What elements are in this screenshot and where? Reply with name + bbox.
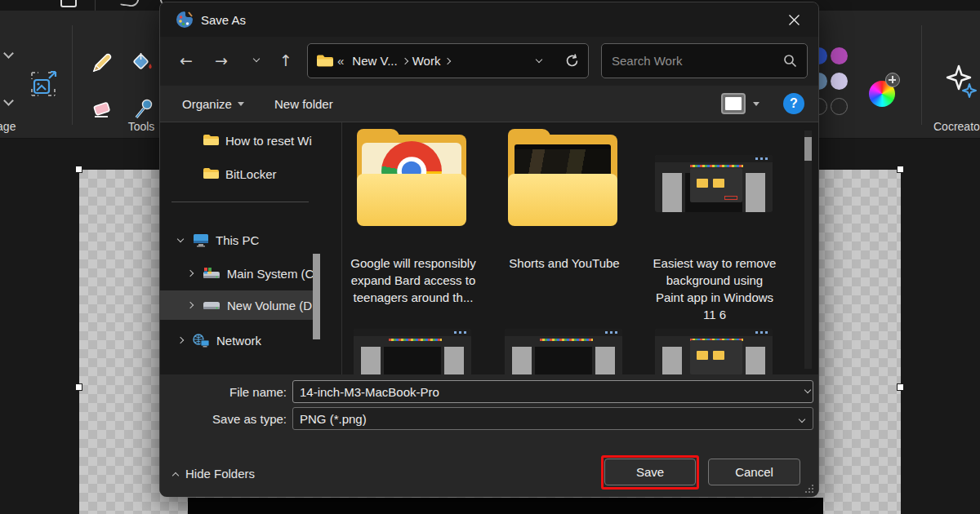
filetype-dropdown-chevron-icon: [799, 416, 805, 423]
chevron-right-icon[interactable]: [187, 270, 194, 277]
color-swatch-magenta[interactable]: [831, 47, 848, 64]
close-icon[interactable]: [781, 8, 807, 31]
files-scrollbar-thumb[interactable]: [804, 137, 812, 161]
address-bar[interactable]: « New V... Work: [307, 43, 589, 78]
dialog-bottom-panel: File name: Save as type: PNG (*.png) Hid…: [160, 374, 818, 497]
refresh-icon[interactable]: [564, 53, 580, 69]
chevron-up-icon: [172, 472, 179, 478]
breadcrumb-overflow[interactable]: «: [334, 54, 347, 68]
drive-icon: [203, 299, 220, 312]
dialog-toolbar: Organize New folder ?: [160, 86, 818, 122]
selection-handle[interactable]: [897, 383, 904, 391]
dialog-titlebar: Save As: [160, 2, 818, 37]
breadcrumb-item[interactable]: New V...: [347, 54, 402, 68]
cocreator-icon[interactable]: [946, 64, 980, 104]
file-item-thumbnail[interactable]: [354, 329, 471, 374]
search-input[interactable]: [612, 54, 783, 68]
sidebar-item-network[interactable]: Network: [160, 329, 314, 352]
add-color-icon[interactable]: [885, 73, 900, 87]
chevron-right-icon: [444, 57, 451, 64]
view-dropdown-caret-icon[interactable]: [753, 102, 760, 106]
selection-handle[interactable]: [75, 383, 82, 391]
file-item-thumbnail[interactable]: [505, 329, 622, 374]
file-item-google-folder[interactable]: [352, 135, 474, 226]
save-as-type-label: Save as type:: [160, 412, 287, 426]
color-swatch-empty[interactable]: [831, 98, 848, 115]
monitor-icon: [193, 233, 209, 247]
file-name-input[interactable]: [292, 380, 813, 403]
eraser-tool-icon[interactable]: [90, 99, 114, 122]
back-button[interactable]: ←: [174, 49, 198, 72]
sidebar-item-bitlocker[interactable]: BitLocker: [160, 162, 314, 185]
file-label[interactable]: Google will responsibly expand Bard acce…: [350, 255, 477, 306]
folder-icon: [203, 134, 219, 147]
cocreator-label: Cocreator: [933, 120, 980, 133]
chevron-right-icon[interactable]: [177, 337, 184, 343]
folder-icon: [203, 167, 219, 180]
address-dropdown-chevron-icon[interactable]: [536, 56, 542, 63]
sidebar-item-main-system[interactable]: Main System (C: [160, 262, 314, 285]
up-button[interactable]: ↑: [274, 49, 298, 72]
file-name-label: File name:: [160, 385, 287, 399]
ribbon-divider: [72, 25, 73, 125]
paint-app-icon: [175, 10, 194, 29]
image-group-label: Image: [0, 120, 24, 133]
canvas-image-content: [188, 498, 823, 514]
pencil-tool-icon[interactable]: [91, 51, 114, 74]
sidebar-item-new-volume[interactable]: New Volume (D: [160, 290, 314, 320]
resize-grip-icon[interactable]: [804, 484, 814, 494]
network-icon: [193, 334, 210, 348]
system-drive-icon: [203, 268, 220, 280]
file-item-video-thumbnail[interactable]: [655, 155, 773, 212]
save-as-type-select[interactable]: PNG (*.png): [292, 407, 813, 430]
sidebar-scrollbar[interactable]: [313, 254, 320, 339]
file-item-thumbnail[interactable]: [655, 329, 773, 374]
sidebar-divider: [172, 202, 309, 202]
hide-folders-button[interactable]: Hide Folders: [173, 467, 255, 481]
chevron-right-icon[interactable]: [187, 302, 194, 308]
sidebar-item-this-pc[interactable]: This PC: [160, 228, 314, 251]
sidebar-item-how-to-reset[interactable]: How to reset Wi: [160, 129, 314, 152]
help-icon[interactable]: ?: [783, 93, 804, 114]
chevron-down-icon[interactable]: [3, 95, 14, 106]
fill-tool-icon[interactable]: [131, 51, 155, 74]
save-icon[interactable]: [60, 0, 77, 7]
resize-image-icon[interactable]: [27, 68, 60, 100]
change-view-button[interactable]: [721, 93, 746, 114]
folder-icon: [316, 54, 334, 68]
save-as-dialog: Save As ← → ↑ « New V... Work: [159, 2, 819, 496]
breadcrumb-item[interactable]: Work: [408, 54, 446, 68]
eyedropper-tool-icon[interactable]: [132, 97, 155, 122]
file-browser: How to reset Wi BitLocker This PC: [160, 122, 818, 374]
organize-button[interactable]: Organize: [174, 86, 252, 122]
new-folder-button[interactable]: New folder: [266, 86, 341, 122]
undo-icon[interactable]: [120, 0, 140, 7]
file-label[interactable]: Shorts and YouTube: [501, 255, 628, 272]
search-box[interactable]: [601, 43, 808, 78]
cancel-button[interactable]: Cancel: [708, 459, 800, 485]
ribbon-divider: [921, 25, 922, 125]
chevron-down-icon[interactable]: [177, 235, 184, 241]
file-item-shorts-folder[interactable]: [503, 135, 626, 226]
color-swatch-lavender[interactable]: [831, 73, 848, 90]
dialog-title: Save As: [201, 13, 246, 27]
save-button[interactable]: Save: [604, 459, 696, 485]
pane-divider: [341, 122, 342, 374]
files-scrollbar-track[interactable]: [804, 131, 812, 369]
chevron-down-icon[interactable]: [3, 48, 14, 59]
file-label[interactable]: Easiest way to remove background using P…: [651, 255, 778, 323]
selection-handle[interactable]: [75, 166, 82, 173]
recent-locations-chevron-icon[interactable]: [244, 49, 269, 72]
search-icon[interactable]: [783, 54, 797, 68]
forward-button[interactable]: →: [209, 49, 234, 72]
toolbar-divider: [95, 0, 96, 11]
selection-handle[interactable]: [897, 166, 904, 173]
